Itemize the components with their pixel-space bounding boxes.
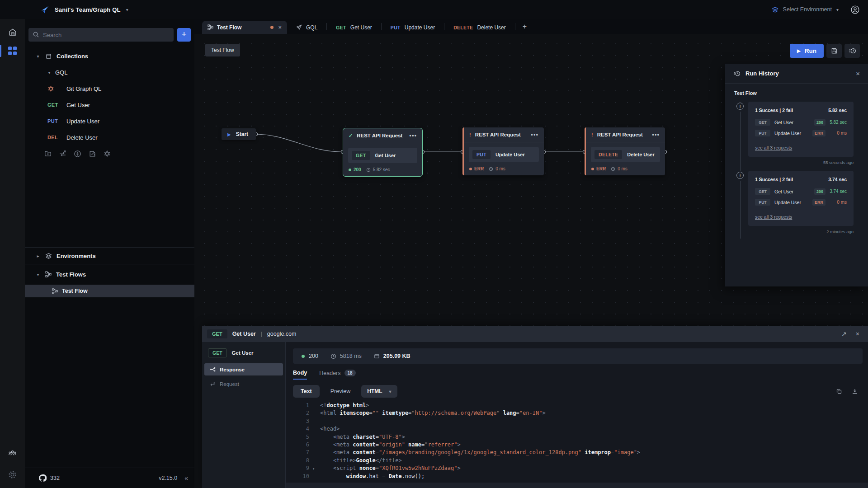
rail-item-home[interactable]	[0, 23, 25, 42]
timeline-status-icon: !	[736, 103, 744, 110]
tab-gql[interactable]: GQL	[287, 21, 326, 34]
import-requests-icon[interactable]	[59, 150, 66, 158]
rail-item-settings[interactable]	[8, 466, 17, 483]
timeline-status-icon: !	[736, 172, 744, 179]
tab-get-user[interactable]: GET Get User	[327, 21, 381, 34]
close-icon[interactable]: ×	[856, 70, 860, 77]
tab-test-flow[interactable]: Test Flow ×	[202, 21, 287, 34]
flow-icon	[45, 271, 52, 277]
code-line: 6 <meta content="origin" name="referrer"…	[293, 441, 863, 449]
history-request-row: GET Get User 200 3.74 sec	[755, 188, 847, 195]
tab-close-icon[interactable]: ×	[277, 24, 283, 31]
request-name: Get User	[232, 331, 256, 337]
method-label: PUT	[47, 118, 66, 124]
format-select[interactable]: HTML ▾	[361, 385, 397, 398]
download-icon[interactable]	[852, 388, 858, 394]
github-icon	[38, 474, 47, 482]
flow-node-get-user[interactable]: ✓ REST API Request ••• GET Get User 200 …	[343, 128, 423, 177]
code-line: 9▾ <script nonce="XQfRO1vw5w2hNuFPzZdaag…	[293, 465, 863, 472]
view-preview-button[interactable]: Preview	[330, 388, 350, 394]
new-tab-button[interactable]: +	[515, 23, 534, 31]
headers-count-badge: 18	[344, 370, 356, 376]
code-line: 3	[293, 418, 863, 425]
response-duration: 5818 ms	[340, 353, 362, 359]
gear-icon	[8, 470, 17, 479]
avatar-icon[interactable]	[850, 5, 860, 14]
rail-item-spaces[interactable]	[0, 42, 25, 60]
app-logo-icon	[40, 5, 49, 14]
tabbar: Test Flow × GQL GET Get User PUT Update …	[194, 19, 868, 34]
github-link[interactable]: 332	[38, 474, 60, 482]
test-flow-item[interactable]: Test Flow	[25, 285, 194, 297]
run-history-button[interactable]	[844, 44, 860, 58]
graphql-outline-icon[interactable]	[104, 150, 111, 157]
response-panel-header: GET Get User | google.com ↗ ×	[202, 326, 868, 342]
request-name: Update User	[774, 131, 812, 136]
run-label: Run	[805, 47, 816, 54]
team-switcher[interactable]: Sanil's Team/Graph QL ▾	[40, 5, 128, 14]
node-status: 200	[354, 167, 361, 172]
layers-icon	[772, 6, 778, 13]
request-time: 0 ms	[826, 131, 847, 136]
request-item-get-user[interactable]: GET Get User	[25, 97, 194, 113]
status-dot	[591, 168, 594, 170]
graphql-icon	[47, 85, 66, 92]
status-chip: ERR	[812, 130, 826, 136]
code-scrollbar-track[interactable]	[286, 483, 868, 488]
add-new-button[interactable]: +	[177, 28, 191, 42]
response-size: 205.09 KB	[383, 353, 410, 359]
copy-icon[interactable]	[836, 388, 842, 394]
tab-delete-user[interactable]: DELETE Delete User	[444, 21, 515, 34]
search-input[interactable]	[28, 28, 174, 42]
close-icon[interactable]: ×	[856, 330, 859, 338]
start-node[interactable]: ▶ Start	[222, 128, 256, 140]
left-icon-rail	[0, 19, 25, 488]
save-button[interactable]	[826, 44, 842, 58]
environment-selector[interactable]: Select Environment ▾	[772, 6, 839, 13]
collections-label: Collections	[57, 53, 88, 60]
expand-icon[interactable]: ↗	[841, 330, 847, 338]
node-menu-icon[interactable]: •••	[531, 131, 538, 138]
tab-body-label: Body	[293, 370, 307, 376]
rail-item-community[interactable]	[8, 444, 17, 462]
app-version: v2.15.0	[159, 475, 177, 481]
section-environments[interactable]: ▸ Environments	[25, 247, 194, 264]
folder-gql[interactable]: ▾ GQL	[25, 64, 194, 80]
request-item-update-user[interactable]: PUT Update User	[25, 113, 194, 129]
node-menu-icon[interactable]: •••	[409, 132, 417, 139]
flow-node-update-user[interactable]: ! REST API Request ••• PUT Update User E…	[462, 127, 544, 175]
nav-item-response[interactable]: Response	[204, 363, 283, 375]
node-menu-icon[interactable]: •••	[652, 131, 660, 138]
run-button[interactable]: ▶ Run	[790, 44, 824, 58]
run-history-title: Run History	[745, 70, 851, 77]
entry-duration: 3.74 sec	[828, 177, 847, 182]
status-dot	[302, 355, 305, 358]
section-test-flows[interactable]: ▾ Test Flows	[25, 265, 194, 283]
run-history-icon	[849, 47, 856, 55]
unsaved-dot	[270, 26, 274, 29]
request-label: Get User	[66, 102, 90, 108]
code-lines[interactable]: 1<!doctype html>2<html itemscope="" item…	[293, 402, 863, 483]
home-icon	[8, 28, 17, 37]
request-item-git-graph-ql[interactable]: Git Graph QL	[25, 80, 194, 97]
code-line: 8 <title>Google</title>	[293, 457, 863, 465]
websocket-icon[interactable]	[74, 150, 81, 158]
status-chip: 200	[814, 188, 826, 195]
tab-body[interactable]: Body	[293, 370, 307, 380]
view-text-button[interactable]: Text	[293, 385, 320, 398]
tab-update-user[interactable]: PUT Update User	[382, 21, 444, 34]
nav-item-request[interactable]: Request	[204, 378, 283, 390]
history-flow-name: Test Flow	[734, 90, 868, 96]
request-item-delete-user[interactable]: DEL Delete User	[25, 129, 194, 145]
see-all-requests-link[interactable]: see all 3 requests	[755, 214, 792, 220]
collapse-sidebar-button[interactable]: «	[184, 474, 188, 482]
tab-headers[interactable]: Headers 18	[319, 370, 355, 379]
tab-label: Update User	[405, 24, 435, 31]
section-collections[interactable]: ▾ Collections	[25, 48, 194, 64]
history-request-row: GET Get User 200 5.82 sec	[755, 119, 847, 126]
flow-node-delete-user[interactable]: ! REST API Request ••• DELETE Delete Use…	[585, 127, 665, 175]
see-all-requests-link[interactable]: see all 3 requests	[755, 145, 792, 150]
add-folder-icon[interactable]	[44, 150, 52, 157]
playground-icon[interactable]	[89, 150, 96, 158]
response-status: 200	[309, 353, 318, 359]
